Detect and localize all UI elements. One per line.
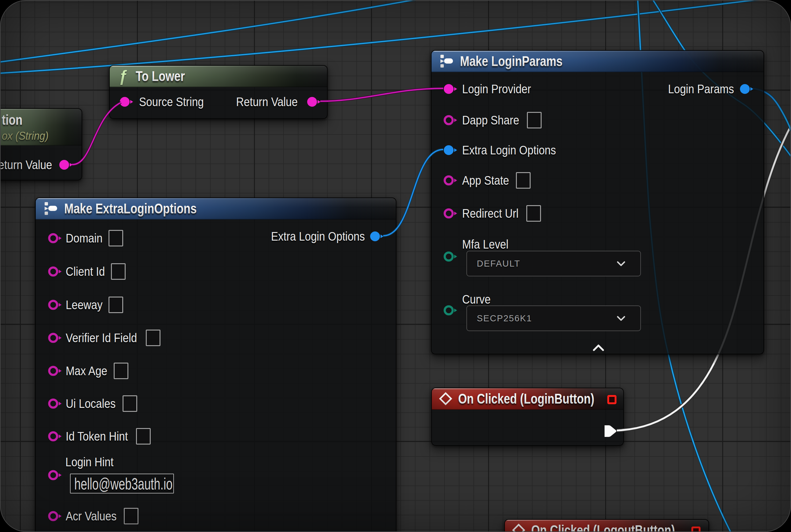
wire-string-1[interactable]: [72, 102, 121, 165]
wire-string-2[interactable]: [320, 88, 443, 101]
wire-struct[interactable]: [383, 150, 443, 236]
blueprint-canvas[interactable]: tion ox (String) eturn Value ƒ To Lower …: [0, 0, 791, 532]
wire-exec-stub[interactable]: [617, 122, 791, 431]
wire-layer-over: [1, 1, 791, 532]
